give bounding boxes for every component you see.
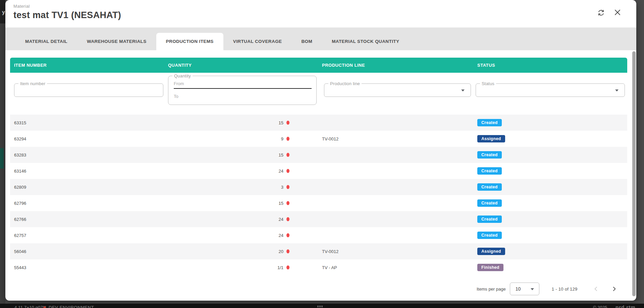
- item-number-cell: 63294: [14, 136, 168, 141]
- environment-dot-icon: [43, 306, 46, 308]
- status-cell: Created: [477, 232, 627, 239]
- page-range-text: 1 - 10 of 129: [552, 287, 578, 292]
- production-line-select[interactable]: Production line: [324, 83, 471, 97]
- item-number-cell: 62796: [14, 201, 168, 206]
- tab-label: BOM: [301, 39, 312, 44]
- status-badge: Created: [477, 199, 502, 207]
- status-badge: Assigned: [477, 248, 505, 255]
- status-cell: Created: [477, 167, 627, 175]
- status-badge: Created: [477, 151, 502, 159]
- items-per-page-select[interactable]: 10: [510, 283, 539, 295]
- quantity-value: 15: [279, 152, 283, 158]
- quantity-value: 15: [279, 120, 283, 125]
- vertical-scrollbar[interactable]: [632, 51, 636, 296]
- table-row[interactable]: 56046 20 TV-0012 Assigned: [10, 243, 627, 259]
- status-cell: Created: [477, 151, 627, 159]
- table-row[interactable]: 62757 24 Created: [10, 227, 627, 243]
- item-number-filter[interactable]: Item number: [14, 83, 163, 97]
- chevron-left-icon[interactable]: [592, 285, 600, 293]
- quantity-cell: 3: [168, 185, 322, 190]
- tab-label: WAREHOUSE MATERIALS: [87, 39, 147, 44]
- column-header: ITEM NUMBER: [14, 63, 168, 68]
- status-cell: Assigned: [477, 248, 627, 255]
- quantity-cell: 15: [168, 120, 322, 125]
- table-header: ITEM NUMBER QUANTITY PRODUCTION LINE STA…: [10, 58, 627, 73]
- status-badge: Created: [477, 167, 502, 175]
- table-row[interactable]: 63283 15 Created: [10, 147, 627, 163]
- item-number-cell: 63146: [14, 169, 168, 174]
- production-line-cell: TV-0012: [322, 249, 477, 254]
- table-row[interactable]: 62796 15 Created: [10, 195, 627, 211]
- column-header: QUANTITY: [168, 63, 322, 68]
- status-cell: Created: [477, 199, 627, 207]
- quantity-from-input[interactable]: [174, 79, 312, 89]
- item-number-cell: 63283: [14, 152, 168, 158]
- caret-down-icon: [461, 89, 465, 91]
- background-text-fragment: y: [2, 9, 5, 15]
- quantity-value: 24: [279, 169, 283, 174]
- status-badge: Created: [477, 183, 502, 191]
- quantity-cell: 1/1: [168, 265, 322, 270]
- status-select[interactable]: Status: [476, 83, 625, 97]
- status-badge: Assigned: [477, 135, 505, 142]
- table-row[interactable]: 55443 1/1 TV - AP Finished: [10, 259, 627, 275]
- tab-label: VIRTUAL COVERAGE: [233, 39, 282, 44]
- quantity-filter[interactable]: Quantity: [168, 76, 317, 105]
- quantity-cell: 15: [168, 201, 322, 206]
- status-cell: Created: [477, 215, 627, 223]
- status-cell: Created: [477, 119, 627, 126]
- tab-warehouse-materials[interactable]: WAREHOUSE MATERIALS: [77, 33, 156, 50]
- quantity-value: 3: [281, 185, 283, 190]
- quantity-value: 20: [279, 249, 283, 254]
- quantity-to-input[interactable]: [174, 91, 312, 101]
- quantity-value: 1/1: [277, 265, 283, 270]
- status-badge: Created: [477, 119, 502, 126]
- caret-down-icon: [531, 288, 534, 290]
- table-row[interactable]: 63294 9 TV-0012 Assigned: [10, 131, 627, 147]
- table-body: 63315 15 Created 63294 9 TV-0012 Assigne…: [10, 115, 627, 275]
- background-sidebar: y: [0, 0, 5, 308]
- paginator: Items per page 10 1 - 10 of 129: [477, 281, 619, 297]
- apps-grid-icon[interactable]: [317, 306, 325, 308]
- tab-virtual-coverage[interactable]: VIRTUAL COVERAGE: [223, 33, 292, 50]
- quantity-cell: 15: [168, 152, 322, 158]
- red-dot-icon: [286, 249, 289, 253]
- red-dot-icon: [286, 169, 289, 173]
- item-number-cell: 62809: [14, 185, 168, 190]
- quantity-cell: 24: [168, 233, 322, 238]
- quantity-cell: 20: [168, 249, 322, 254]
- quantity-value: 24: [279, 217, 283, 222]
- quantity-value: 24: [279, 233, 283, 238]
- tab-bar: MATERIAL DETAIL WAREHOUSE MATERIALS PROD…: [5, 27, 636, 50]
- red-dot-icon: [286, 153, 289, 157]
- close-icon[interactable]: [612, 7, 623, 17]
- quantity-cell: 9: [168, 136, 322, 141]
- brand-logo: prd rtm: [615, 304, 636, 308]
- tab-bom[interactable]: BOM: [291, 33, 322, 50]
- table-row[interactable]: 62766 24 Created: [10, 211, 627, 227]
- table-row[interactable]: 63315 15 Created: [10, 115, 627, 131]
- item-number-cell: 63315: [14, 120, 168, 125]
- quantity-filter-label: Quantity: [172, 73, 193, 78]
- tab-label: MATERIAL DETAIL: [25, 39, 67, 44]
- status-badge: Created: [477, 232, 502, 239]
- production-line-cell: TV - AP: [322, 265, 477, 270]
- column-header: PRODUCTION LINE: [322, 63, 477, 68]
- quantity-cell: 24: [168, 169, 322, 174]
- item-number-input[interactable]: [18, 86, 159, 95]
- tab-production-items[interactable]: PRODUCTION ITEMS: [156, 33, 223, 50]
- chevron-right-icon[interactable]: [610, 285, 619, 293]
- status-select-label: Status: [480, 81, 496, 86]
- item-number-cell: 55443: [14, 265, 168, 270]
- status-badge: Finished: [477, 264, 503, 271]
- red-dot-icon: [286, 233, 289, 237]
- tab-material-detail[interactable]: MATERIAL DETAIL: [15, 33, 77, 50]
- copyright-label: © 2025: [593, 305, 607, 308]
- column-header: STATUS: [477, 63, 627, 68]
- item-number-cell: 62757: [14, 233, 168, 238]
- table-row[interactable]: 63146 24 Created: [10, 163, 627, 179]
- table-row[interactable]: 62809 3 Created: [10, 179, 627, 195]
- tab-material-stock-quantity[interactable]: MATERIAL STOCK QUANTITY: [322, 33, 409, 50]
- refresh-icon[interactable]: [596, 8, 606, 18]
- status-cell: Finished: [477, 264, 627, 271]
